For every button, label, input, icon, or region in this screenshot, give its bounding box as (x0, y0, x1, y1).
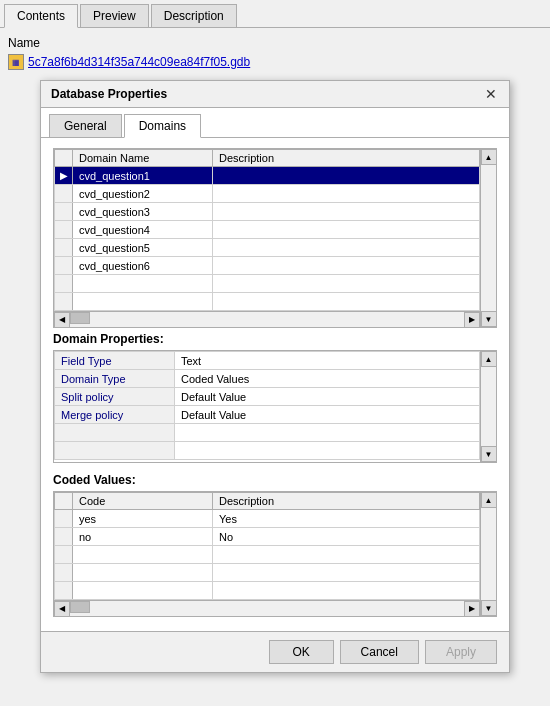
domain-desc-cell[interactable] (213, 167, 480, 185)
prop-key (55, 424, 175, 442)
domain-name-cell[interactable] (73, 293, 213, 311)
modal-title: Database Properties (51, 87, 167, 101)
domain-desc-cell[interactable] (213, 203, 480, 221)
table-row[interactable] (55, 564, 480, 582)
modal-titlebar: Database Properties ✕ (41, 81, 509, 108)
prop-value[interactable] (175, 424, 480, 442)
tab-contents[interactable]: Contents (4, 4, 78, 28)
prop-row (55, 424, 480, 442)
scroll-thumb-h[interactable] (70, 312, 90, 324)
table-row[interactable]: no No (55, 528, 480, 546)
file-name[interactable]: 5c7a8f6b4d314f35a744c09ea84f7f05.gdb (28, 55, 250, 69)
scroll-down-arrow[interactable]: ▼ (481, 311, 497, 327)
coded-values-label: Coded Values: (53, 473, 497, 487)
props-vscrollbar[interactable]: ▲ ▼ (480, 351, 496, 462)
desc-cell[interactable] (213, 546, 480, 564)
tab-domains[interactable]: Domains (124, 114, 201, 138)
col-domain-name: Domain Name (73, 150, 213, 167)
gdb-icon: ▦ (8, 54, 24, 70)
scroll-down-arrow[interactable]: ▼ (481, 600, 497, 616)
table-row[interactable]: cvd_question6 (55, 257, 480, 275)
code-cell[interactable] (73, 546, 213, 564)
prop-value[interactable]: Text (175, 352, 480, 370)
domain-name-cell[interactable]: cvd_question5 (73, 239, 213, 257)
prop-value[interactable]: Default Value (175, 388, 480, 406)
domain-name-cell[interactable]: cvd_question6 (73, 257, 213, 275)
scroll-up-arrow[interactable]: ▲ (481, 351, 497, 367)
modal-body: Domain Name Description ▶ cvd_question1 (41, 138, 509, 631)
tab-general[interactable]: General (49, 114, 122, 137)
tab-description[interactable]: Description (151, 4, 237, 27)
table-row[interactable] (55, 275, 480, 293)
domain-desc-cell[interactable] (213, 239, 480, 257)
table-row[interactable] (55, 546, 480, 564)
scroll-left-arrow[interactable]: ◀ (54, 312, 70, 328)
table-row[interactable]: cvd_question4 (55, 221, 480, 239)
file-link[interactable]: ▦ 5c7a8f6b4d314f35a744c09ea84f7f05.gdb (8, 54, 542, 70)
domain-desc-cell[interactable] (213, 275, 480, 293)
prop-value[interactable]: Coded Values (175, 370, 480, 388)
domains-hscrollbar[interactable]: ◀ ▶ (54, 311, 480, 327)
scroll-down-arrow[interactable]: ▼ (481, 446, 497, 462)
table-row[interactable]: yes Yes (55, 510, 480, 528)
domain-name-cell[interactable]: cvd_question2 (73, 185, 213, 203)
table-row[interactable] (55, 582, 480, 600)
code-cell[interactable]: yes (73, 510, 213, 528)
domain-desc-cell[interactable] (213, 185, 480, 203)
modal-close-button[interactable]: ✕ (483, 87, 499, 101)
coded-values-table: Code Description yes Yes (54, 492, 480, 600)
prop-key: Split policy (55, 388, 175, 406)
row-indicator (55, 221, 73, 239)
table-row[interactable] (55, 293, 480, 311)
row-indicator (55, 239, 73, 257)
prop-value[interactable]: Default Value (175, 406, 480, 424)
code-cell[interactable] (73, 582, 213, 600)
cancel-button[interactable]: Cancel (340, 640, 419, 664)
coded-values-hscrollbar[interactable]: ◀ ▶ (54, 600, 480, 616)
scroll-up-arrow[interactable]: ▲ (481, 492, 497, 508)
scroll-right-arrow[interactable]: ▶ (464, 601, 480, 617)
col-description: Description (213, 150, 480, 167)
domain-name-cell[interactable]: cvd_question1 (73, 167, 213, 185)
domains-vscrollbar[interactable]: ▲ ▼ (480, 149, 496, 327)
prop-key: Domain Type (55, 370, 175, 388)
apply-button[interactable]: Apply (425, 640, 497, 664)
tab-preview[interactable]: Preview (80, 4, 149, 27)
row-indicator (55, 564, 73, 582)
scroll-up-arrow[interactable]: ▲ (481, 149, 497, 165)
domain-desc-cell[interactable] (213, 221, 480, 239)
table-row[interactable]: cvd_question3 (55, 203, 480, 221)
row-indicator (55, 510, 73, 528)
prop-key: Merge policy (55, 406, 175, 424)
desc-cell[interactable] (213, 582, 480, 600)
scroll-right-arrow[interactable]: ▶ (464, 312, 480, 328)
prop-value[interactable] (175, 442, 480, 460)
domain-name-cell[interactable]: cvd_question3 (73, 203, 213, 221)
coded-values-vscrollbar[interactable]: ▲ ▼ (480, 492, 496, 616)
outer-tabs: Contents Preview Description (0, 0, 550, 28)
ok-button[interactable]: OK (269, 640, 334, 664)
desc-cell[interactable] (213, 564, 480, 582)
modal-inner-tabs: General Domains (41, 108, 509, 138)
table-row[interactable]: cvd_question2 (55, 185, 480, 203)
domains-table: Domain Name Description ▶ cvd_question1 (54, 149, 480, 311)
domain-name-cell[interactable]: cvd_question4 (73, 221, 213, 239)
desc-cell[interactable]: No (213, 528, 480, 546)
domain-desc-cell[interactable] (213, 257, 480, 275)
outer-content: Name ▦ 5c7a8f6b4d314f35a744c09ea84f7f05.… (0, 28, 550, 706)
domain-name-cell[interactable] (73, 275, 213, 293)
scroll-track-h (70, 601, 464, 616)
code-cell[interactable]: no (73, 528, 213, 546)
scroll-left-arrow[interactable]: ◀ (54, 601, 70, 617)
domain-desc-cell[interactable] (213, 293, 480, 311)
domain-props-scroll: Field Type Text Domain Type Coded Values… (54, 351, 480, 462)
row-indicator (55, 257, 73, 275)
coded-values-wrapper: Code Description yes Yes (53, 491, 497, 617)
scroll-thumb-h[interactable] (70, 601, 90, 613)
desc-cell[interactable]: Yes (213, 510, 480, 528)
table-row[interactable]: cvd_question5 (55, 239, 480, 257)
table-row[interactable]: ▶ cvd_question1 (55, 167, 480, 185)
scroll-track-v (481, 367, 496, 446)
name-label: Name (8, 36, 542, 50)
code-cell[interactable] (73, 564, 213, 582)
